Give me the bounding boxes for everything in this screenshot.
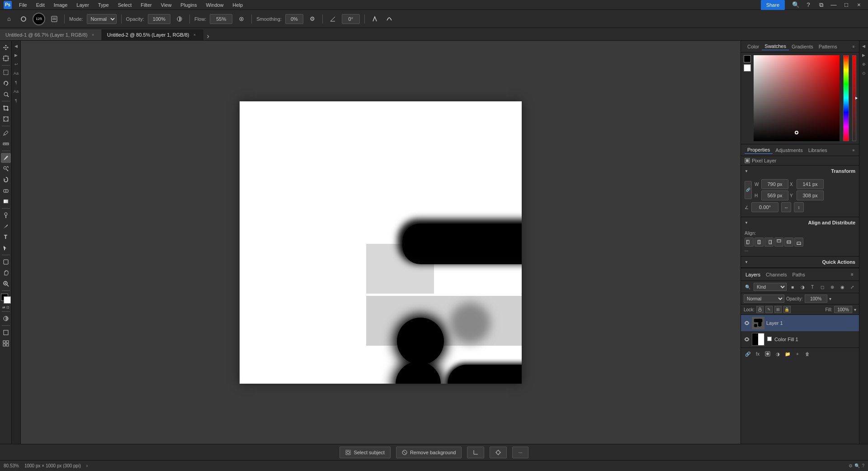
history-brush-tool[interactable]: [1, 175, 11, 185]
minimize-button[interactable]: —: [828, 0, 839, 10]
ruler-tool[interactable]: [1, 139, 11, 149]
pressure-opacity-toggle[interactable]: [369, 14, 380, 24]
panel-toggle-5[interactable]: Aa: [13, 88, 20, 95]
x-input[interactable]: [797, 179, 824, 189]
artboard-tool[interactable]: [1, 53, 11, 63]
quick-select-tool[interactable]: [1, 89, 11, 99]
angle-input[interactable]: [342, 14, 360, 24]
brush-size-indicator[interactable]: 125: [33, 13, 45, 25]
flip-v-btn[interactable]: ↕: [794, 202, 804, 212]
color-saturation-picker[interactable]: [754, 55, 840, 141]
airbrush-toggle[interactable]: [236, 14, 247, 24]
panel-toggle-6[interactable]: ¶: [13, 97, 20, 104]
layers-search-icon[interactable]: 🔍: [744, 283, 752, 291]
panel-toggle-4[interactable]: ¶: [13, 79, 20, 86]
layers-pixel-filter[interactable]: ■: [788, 283, 797, 291]
screen-mode-button[interactable]: [1, 328, 11, 338]
add-fx-button[interactable]: fx: [754, 350, 762, 358]
layer-fill-input[interactable]: [834, 306, 852, 313]
remove-bg-button[interactable]: Remove background: [396, 447, 462, 458]
quick-actions-header[interactable]: ▼ Quick Actions: [741, 257, 859, 267]
new-document-tab[interactable]: ›: [207, 32, 209, 40]
add-mask-button[interactable]: [764, 350, 772, 358]
angle-transform-input[interactable]: [751, 202, 778, 212]
color-gradient-area[interactable]: [754, 55, 840, 141]
arrange-button[interactable]: ⧉: [816, 0, 826, 10]
menu-help[interactable]: Help: [231, 1, 245, 9]
adjustments-tab[interactable]: Adjustments: [773, 147, 806, 154]
undo-history[interactable]: ↩: [13, 61, 20, 68]
grid-button[interactable]: [1, 338, 11, 348]
menu-file[interactable]: File: [17, 1, 29, 9]
status-arrow-btn[interactable]: ›: [86, 463, 88, 468]
shape-tool[interactable]: [1, 257, 11, 267]
select-subject-button[interactable]: Select subject: [340, 447, 390, 458]
brush-tool[interactable]: [1, 153, 11, 163]
gradient-tool[interactable]: [1, 196, 11, 206]
panel-toggle-1[interactable]: ◀: [13, 43, 20, 50]
switch-colors-button[interactable]: ⇄: [2, 305, 5, 309]
menu-view[interactable]: View: [159, 1, 174, 9]
menu-type[interactable]: Type: [96, 1, 111, 9]
layers-kind-filter[interactable]: Kind: [754, 283, 787, 291]
tab-untitled-1[interactable]: Untitled-1 @ 66.7% (Layer 1, RGB/8) ×: [0, 29, 102, 40]
color-tab[interactable]: Color: [745, 43, 762, 50]
menu-select[interactable]: Select: [116, 1, 134, 9]
layer-item-1[interactable]: Color Fill 1: [741, 331, 859, 347]
canvas[interactable]: [240, 101, 522, 384]
lock-aspect-btn[interactable]: 🔗: [745, 181, 752, 199]
dodge-tool[interactable]: [1, 210, 11, 220]
properties-panel-menu[interactable]: ≡: [852, 148, 855, 152]
lock-position-btn[interactable]: ✎: [765, 306, 773, 313]
swatches-tab[interactable]: Swatches: [762, 43, 789, 50]
right-strip-1[interactable]: ⊕: [860, 61, 868, 68]
align-center-h-btn[interactable]: [755, 238, 764, 247]
pen-tool[interactable]: [1, 221, 11, 231]
layers-smartobj-filter[interactable]: ⊕: [828, 283, 836, 291]
layers-panel-menu[interactable]: ≡: [848, 271, 856, 279]
lock-all-btn[interactable]: 🔒: [783, 306, 791, 313]
align-top-btn[interactable]: [774, 238, 783, 247]
foreground-swatch[interactable]: [744, 55, 751, 62]
blend-mode-select[interactable]: Normal: [87, 14, 117, 24]
default-colors-button[interactable]: ⊡: [6, 305, 9, 309]
move-tool[interactable]: [1, 43, 11, 52]
status-icon-2[interactable]: 🔍: [854, 463, 860, 468]
layers-tab[interactable]: Layers: [744, 271, 762, 278]
channels-tab[interactable]: Channels: [764, 271, 788, 278]
tablet-pressure-toggle[interactable]: [384, 14, 395, 24]
hue-slider[interactable]: [843, 55, 849, 141]
lasso-tool[interactable]: [1, 78, 11, 88]
path-select-tool[interactable]: [1, 243, 11, 253]
menu-window[interactable]: Window: [204, 1, 225, 9]
height-input[interactable]: [761, 190, 788, 200]
smoothing-input[interactable]: [285, 14, 303, 24]
menu-filter[interactable]: Filter: [139, 1, 153, 9]
opacity-input[interactable]: [148, 14, 170, 24]
tab-untitled-2-close[interactable]: ×: [192, 32, 198, 38]
expand-panel-btn[interactable]: ⤢: [848, 283, 856, 291]
align-section-header[interactable]: ▼ Align and Distribute: [741, 217, 859, 228]
libraries-tab[interactable]: Libraries: [806, 147, 830, 154]
layer-opacity-input[interactable]: [805, 295, 827, 303]
layers-shape-filter[interactable]: ◻: [818, 283, 826, 291]
eraser-tool[interactable]: [1, 186, 11, 195]
add-link-button[interactable]: 🔗: [744, 350, 752, 358]
status-icon-1[interactable]: ⚙: [849, 463, 853, 468]
add-group-button[interactable]: 📁: [783, 350, 792, 358]
menu-edit[interactable]: Edit: [34, 1, 47, 9]
brush-options-button[interactable]: [18, 14, 29, 24]
frame-tool[interactable]: [1, 114, 11, 124]
background-swatch[interactable]: [744, 64, 751, 71]
y-input[interactable]: [797, 190, 824, 200]
wand-action-btn[interactable]: [490, 447, 507, 458]
lock-artboard-btn[interactable]: ⊞: [774, 306, 782, 313]
status-icon-3[interactable]: ?: [862, 463, 864, 468]
paths-tab[interactable]: Paths: [791, 271, 807, 278]
layers-text-filter[interactable]: T: [808, 283, 816, 291]
color-panel-menu[interactable]: ≡: [852, 45, 855, 48]
more-align-options[interactable]: ···: [745, 248, 855, 253]
add-layer-button[interactable]: +: [793, 350, 802, 358]
brush-preset-picker[interactable]: [49, 14, 60, 24]
opacity-dropdown-btn[interactable]: ▾: [829, 296, 831, 301]
